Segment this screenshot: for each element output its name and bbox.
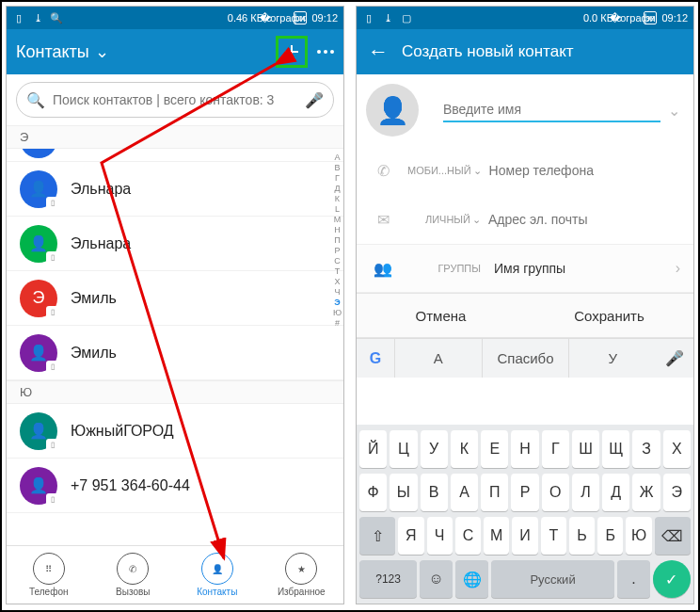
- backspace-key[interactable]: ⌫: [655, 517, 691, 555]
- avatar-placeholder[interactable]: 👤: [366, 84, 419, 137]
- phone-type-dropdown[interactable]: МОБИ...НЫЙ ⌄: [407, 165, 482, 177]
- key-Н[interactable]: Н: [511, 430, 538, 468]
- email-input[interactable]: [488, 208, 680, 231]
- key-Е[interactable]: Е: [481, 430, 508, 468]
- contact-avatar: 👤▯: [20, 170, 57, 208]
- contacts-list[interactable]: Э👤▯Эльнара👤▯ЭльнараЭ▯Эмиль👤▯ЭмильЮ👤▯Южны…: [7, 125, 343, 513]
- enter-key[interactable]: ✓: [653, 560, 691, 598]
- key-В[interactable]: В: [421, 474, 448, 511]
- sim-icon: ▯: [362, 11, 375, 24]
- save-button[interactable]: Сохранить: [525, 294, 693, 337]
- keyboard-suggestions: G А Спасибо У 🎤: [357, 338, 693, 378]
- person-icon: 👤: [201, 553, 233, 585]
- back-arrow-icon[interactable]: ←: [368, 40, 389, 64]
- key-Л[interactable]: Л: [572, 474, 599, 511]
- key-Х[interactable]: Х: [663, 430, 691, 468]
- overflow-menu-icon[interactable]: [317, 50, 334, 54]
- name-input[interactable]: [443, 98, 660, 122]
- nav-contacts[interactable]: 👤 Контакты: [175, 546, 260, 604]
- wifi-icon: �ографи: [276, 11, 289, 24]
- suggestion-3[interactable]: У: [568, 339, 656, 378]
- search-status-icon: 🔍: [50, 11, 63, 24]
- key-Ы[interactable]: Ы: [390, 474, 417, 511]
- email-type-dropdown[interactable]: ЛИЧНЫЙ ⌄: [407, 214, 481, 226]
- nav-phone[interactable]: ⠿ Телефон: [7, 546, 91, 604]
- key-К[interactable]: К: [451, 430, 478, 468]
- contacts-screen: ▯ ⤓ 🔍 0.46 КБ/с �ографи 100 09:12 Контак…: [6, 6, 344, 604]
- suggestion-1[interactable]: А: [394, 339, 482, 378]
- key-Й[interactable]: Й: [359, 430, 387, 468]
- voice-input-icon[interactable]: 🎤: [656, 349, 693, 367]
- key-П[interactable]: П: [481, 474, 508, 511]
- key-Ш[interactable]: Ш: [572, 430, 599, 468]
- key-Ю[interactable]: Ю: [626, 517, 651, 555]
- key-С[interactable]: С: [455, 517, 481, 555]
- suggestion-2[interactable]: Спасибо: [482, 339, 569, 378]
- down-icon: ⤓: [381, 11, 394, 24]
- contact-row[interactable]: 👤▯Эльнара: [7, 217, 343, 271]
- key-Э[interactable]: Э: [663, 474, 691, 511]
- contact-name: +7 951 364-60-44: [71, 477, 190, 494]
- expand-icon[interactable]: ⌄: [668, 102, 680, 120]
- contact-row[interactable]: 👤▯Эльнара: [7, 162, 343, 217]
- key-З[interactable]: З: [632, 430, 660, 468]
- nav-favorites[interactable]: ★ Избранное: [260, 546, 344, 604]
- period-key[interactable]: .: [617, 560, 650, 598]
- chevron-down-icon: ⌄: [95, 41, 109, 62]
- section-header: Ю: [7, 380, 343, 404]
- contact-name: Эмиль: [71, 290, 117, 307]
- space-key[interactable]: Русский: [491, 560, 614, 598]
- emoji-key[interactable]: ☺: [420, 560, 453, 598]
- symbols-key[interactable]: ?123: [359, 560, 417, 598]
- phone-input[interactable]: [489, 159, 680, 182]
- chevron-down-icon: ⌄: [472, 214, 481, 226]
- contact-avatar: 👤▯: [20, 225, 57, 263]
- sim-badge-icon: ▯: [46, 493, 59, 507]
- phone-icon: ✆: [117, 553, 149, 585]
- contact-avatar: 👤▯: [20, 467, 57, 505]
- key-Ж[interactable]: Ж: [632, 474, 660, 511]
- chevron-down-icon: ⌄: [473, 165, 482, 177]
- key-Ц[interactable]: Ц: [390, 430, 417, 468]
- chevron-right-icon[interactable]: ›: [676, 260, 680, 277]
- mic-icon[interactable]: 🎤: [305, 91, 324, 109]
- contact-row[interactable]: 👤▯Эмиль: [7, 326, 343, 380]
- sim-badge-icon: ▯: [46, 306, 59, 319]
- sim-badge-icon: ▯: [46, 439, 59, 452]
- add-contact-button[interactable]: [276, 36, 308, 68]
- key-А[interactable]: А: [451, 474, 478, 511]
- down-icon: ⤓: [31, 11, 44, 24]
- contact-row[interactable]: 👤▯ЮжныйГОРОД: [7, 404, 343, 459]
- contact-row[interactable]: Э▯Эмиль: [7, 271, 343, 326]
- header-title-dropdown[interactable]: Контакты ⌄: [16, 41, 109, 62]
- key-М[interactable]: М: [484, 517, 509, 555]
- key-Т[interactable]: Т: [541, 517, 566, 555]
- create-contact-screen: ▯ ⤓ ▢ 0.0 КБ/с �ографи 99 09:12 ← Создат…: [356, 6, 694, 604]
- shift-key[interactable]: ⇧: [359, 517, 395, 555]
- google-icon[interactable]: G: [357, 350, 394, 367]
- key-Д[interactable]: Д: [602, 474, 629, 511]
- key-О[interactable]: О: [542, 474, 569, 511]
- cancel-button[interactable]: Отмена: [357, 294, 525, 337]
- key-Г[interactable]: Г: [542, 430, 569, 468]
- group-label: ГРУППЫ: [407, 263, 481, 274]
- key-Р[interactable]: Р: [511, 474, 538, 511]
- alpha-scroll-index[interactable]: АВГДКLМНПРСТХЧЭЮ#: [333, 153, 342, 328]
- contact-avatar: 👤▯: [20, 334, 57, 372]
- dialpad-icon: ⠿: [33, 553, 65, 585]
- search-input[interactable]: [53, 92, 297, 107]
- key-Ч[interactable]: Ч: [427, 517, 453, 555]
- nav-calls[interactable]: ✆ Вызовы: [91, 546, 176, 604]
- wifi-icon: �ографи: [626, 11, 639, 24]
- key-Ф[interactable]: Ф: [359, 474, 387, 511]
- contact-row[interactable]: 👤▯+7 951 364-60-44: [7, 459, 343, 513]
- search-box[interactable]: 🔍 🎤: [16, 82, 334, 118]
- key-Щ[interactable]: Щ: [602, 430, 629, 468]
- key-Б[interactable]: Б: [597, 517, 623, 555]
- key-И[interactable]: И: [512, 517, 537, 555]
- globe-key[interactable]: 🌐: [455, 560, 488, 598]
- key-У[interactable]: У: [421, 430, 448, 468]
- key-Ь[interactable]: Ь: [569, 517, 595, 555]
- group-value[interactable]: Имя группы: [488, 257, 668, 280]
- key-Я[interactable]: Я: [398, 517, 423, 555]
